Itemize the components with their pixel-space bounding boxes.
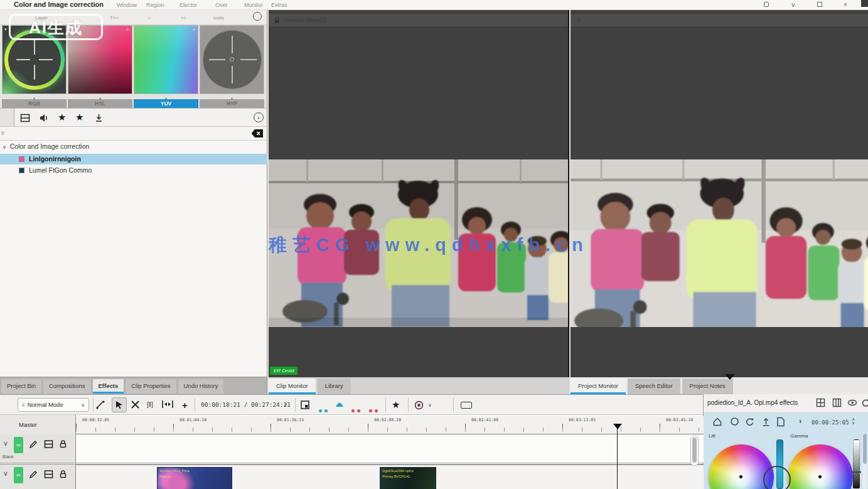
tab-effects[interactable]: Effects xyxy=(93,379,124,394)
mode-button-hsl[interactable]: HSL xyxy=(68,99,132,108)
tab-compositions[interactable]: Compositions xyxy=(43,379,91,394)
tab-library[interactable]: Library xyxy=(318,379,351,394)
target-icon[interactable]: T+○ xyxy=(110,15,119,21)
effect-item[interactable]: Lumel FtGon Commo xyxy=(0,166,267,176)
effect-panel-scrollbar[interactable] xyxy=(862,433,867,489)
subtitle-icon[interactable] xyxy=(461,402,472,409)
thumbnail-view-icon[interactable] xyxy=(300,400,315,415)
eye-icon[interactable] xyxy=(847,398,857,407)
track-mode-dropdown[interactable]: ≡Normal Mode ∨ xyxy=(18,398,89,412)
menu-monitor[interactable]: Monitor xyxy=(244,2,263,8)
master-label[interactable]: Master xyxy=(19,421,37,428)
razor-tool-icon[interactable] xyxy=(131,400,146,415)
minimize-icon[interactable] xyxy=(763,1,770,9)
scope-target-icon[interactable] xyxy=(253,12,262,21)
lock-icon[interactable] xyxy=(59,470,67,478)
track-lane-v2[interactable] xyxy=(76,434,704,463)
timeline-ruler[interactable]: 00:00:32:05 00:01:04:10 00:01:36:15 00:0… xyxy=(76,416,704,434)
restore-icon[interactable] xyxy=(816,1,823,9)
color-gradient-green[interactable]: ▸ xyxy=(134,25,198,94)
menu-region[interactable]: Region xyxy=(146,2,164,8)
filmstrip-icon[interactable] xyxy=(44,470,53,479)
lock-icon[interactable] xyxy=(274,16,281,24)
record-icon[interactable] xyxy=(414,400,424,410)
document-icon[interactable] xyxy=(776,417,785,427)
column-view-icon[interactable] xyxy=(832,398,842,407)
tab-clip-monitor[interactable]: Clip Monitor xyxy=(269,379,316,394)
filmstrip-icon[interactable] xyxy=(20,113,30,123)
gamma-color-wheel[interactable] xyxy=(788,444,853,489)
star-icon[interactable]: ★ xyxy=(75,112,83,123)
monitor-marker-icon xyxy=(725,374,735,380)
menu-window[interactable]: Window xyxy=(117,2,137,8)
wheel-expand-icon[interactable]: ▸ xyxy=(193,27,195,32)
keyframe-teal-icon[interactable] xyxy=(319,404,328,415)
playhead-icon[interactable] xyxy=(613,424,622,429)
marker-red-icon[interactable] xyxy=(351,404,360,415)
menu-extras[interactable]: Extras xyxy=(271,2,287,8)
list-view-button[interactable] xyxy=(0,109,14,126)
wheel-expand-icon[interactable]: ▸ xyxy=(127,27,129,32)
pencil-icon[interactable] xyxy=(29,439,38,449)
spinner-icon[interactable]: ∧∨ xyxy=(852,417,855,425)
keyframe-mound-icon[interactable] xyxy=(335,401,344,407)
mix-tool-icon[interactable] xyxy=(95,400,110,415)
marker-red-icon[interactable] xyxy=(369,404,378,415)
home-icon[interactable] xyxy=(712,417,722,427)
rotate-icon[interactable] xyxy=(745,417,755,427)
more-options-icon[interactable]: › xyxy=(254,112,264,122)
track-lane-v1[interactable]: Summe 0413_Plica Preccio DgbSSca15Ml npK… xyxy=(76,464,704,489)
favorite-effects-icon[interactable]: ★ xyxy=(392,399,400,411)
multicam-tool-icon[interactable]: + xyxy=(182,400,188,411)
effects-filter-field[interactable]: tr xyxy=(0,127,267,141)
tab-project-notes[interactable]: Project Notes xyxy=(682,379,733,394)
track-badge[interactable]: V2 xyxy=(14,437,23,453)
close-icon[interactable]: × xyxy=(842,1,849,9)
tab-clip-properties[interactable]: Clip Properties xyxy=(126,379,176,394)
wheel-handle[interactable] xyxy=(818,475,822,479)
effects-group-row[interactable]: ∨ Color and Image correction xyxy=(3,142,89,150)
select-tool-button[interactable] xyxy=(112,397,127,412)
track-badge[interactable]: V1 xyxy=(14,467,23,483)
chevron-down-icon[interactable]: ∨ xyxy=(284,402,287,408)
download-icon[interactable] xyxy=(94,113,104,123)
timeline-scrollbar[interactable] xyxy=(690,436,699,466)
collapse-track-icon[interactable]: ∨ xyxy=(3,470,8,478)
collapse-track-icon[interactable]: ∨ xyxy=(3,439,8,448)
wheel-handle[interactable] xyxy=(739,475,743,479)
wheel-collapse-icon[interactable]: ▾ xyxy=(4,27,7,32)
adjust-icon[interactable]: +/- xyxy=(181,15,187,21)
spacer-tool-icon[interactable]: [‖] xyxy=(147,401,153,408)
tab-speech-editor[interactable]: Speech Editor xyxy=(628,379,680,394)
grid-view-icon[interactable] xyxy=(816,398,825,407)
circle-icon[interactable]: ○ xyxy=(147,15,151,21)
star-icon[interactable]: ★ xyxy=(58,112,66,123)
speaker-icon[interactable] xyxy=(39,113,49,123)
mode-button-hyp[interactable]: HYP xyxy=(200,99,264,108)
mode-button-rgb[interactable]: RGB xyxy=(2,99,67,108)
circle-icon[interactable] xyxy=(730,417,739,426)
slip-tool-icon[interactable] xyxy=(162,400,177,415)
pencil-icon[interactable] xyxy=(29,470,38,479)
gamma-luma-slider[interactable] xyxy=(853,439,860,489)
tab-project-monitor[interactable]: Project Monitor xyxy=(571,379,626,394)
menu-elector[interactable]: Elector xyxy=(179,2,197,8)
lock-icon[interactable] xyxy=(59,439,67,448)
clear-filter-icon[interactable] xyxy=(251,129,264,138)
timeline-clip[interactable]: Summe 0413_Plica Preccio xyxy=(157,467,232,489)
menu-over[interactable]: Over xyxy=(215,2,228,8)
slider-handle[interactable] xyxy=(852,471,861,473)
vectorscope-wheel[interactable] xyxy=(200,25,264,94)
timeline-clip[interactable]: DgbSSca15Ml npKd Phirray BVCFILKL xyxy=(380,467,436,489)
tab-project-bin[interactable]: Project Bin xyxy=(1,379,41,394)
expand-icon[interactable]: › xyxy=(799,416,801,426)
upload-icon[interactable] xyxy=(761,417,771,427)
mode-button-yuv[interactable]: YUV xyxy=(134,99,198,108)
chevron-down-icon[interactable]: ∨ xyxy=(428,402,432,408)
filmstrip-icon[interactable] xyxy=(44,439,53,449)
chevron-down-icon[interactable]: ∨ xyxy=(790,1,797,9)
tab-undo-history[interactable]: Undo History xyxy=(178,379,224,394)
playhead-line[interactable] xyxy=(617,424,618,489)
effect-item-selected[interactable]: Linlgonirnnigoin xyxy=(0,154,267,164)
refresh-icon[interactable] xyxy=(861,398,868,407)
